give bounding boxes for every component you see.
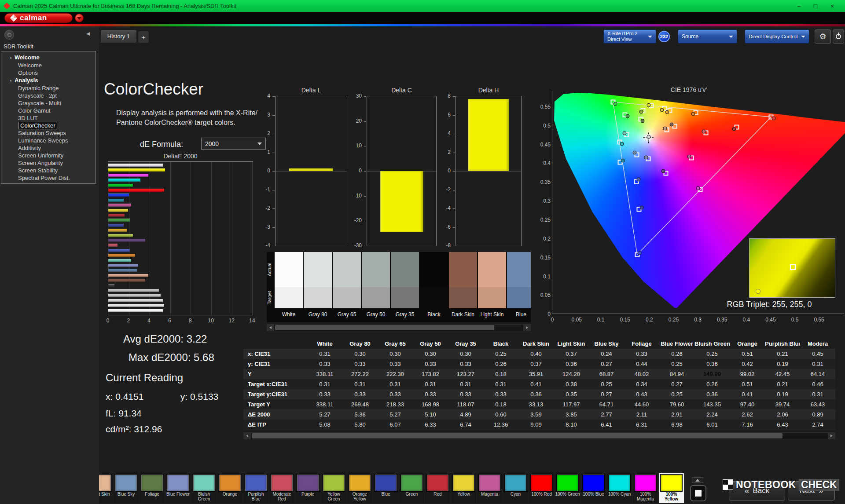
patch-label: Blue Flower bbox=[165, 492, 191, 497]
y-tick-label: -8 bbox=[437, 242, 451, 248]
scrollbar-thumb[interactable] bbox=[275, 325, 494, 330]
sidebar-item-luminance-sweeps[interactable]: Luminance Sweeps bbox=[1, 137, 96, 144]
table-cell: 97.40 bbox=[730, 399, 765, 409]
sidebar-item-screen-uniformity[interactable]: Screen Uniformity bbox=[1, 152, 96, 159]
scroll-left-icon[interactable] bbox=[244, 433, 251, 439]
collapse-chevron-button[interactable] bbox=[692, 477, 703, 483]
logo-menu-button[interactable] bbox=[75, 14, 84, 22]
patch-button-blue-sky[interactable]: Blue Sky bbox=[114, 473, 139, 503]
patch-button-magenta[interactable]: Magenta bbox=[477, 473, 502, 503]
sidebar-item-color-gamut[interactable]: Color Gamut bbox=[1, 107, 96, 114]
x-tick-label: 0.25 bbox=[665, 317, 683, 323]
patch-button-100-magenta[interactable]: 100% Magenta bbox=[633, 473, 658, 503]
sidebar-item-screen-angularity[interactable]: Screen Angularity bbox=[1, 159, 96, 167]
row-label: Y bbox=[243, 369, 307, 379]
measured-point bbox=[665, 110, 669, 114]
patch-button-100-cyan[interactable]: 100% Cyan bbox=[607, 473, 632, 503]
deltae-bar-purplish-blue bbox=[108, 249, 130, 252]
sidebar-item-dynamic-range[interactable]: Dynamic Range bbox=[1, 84, 96, 92]
power-icon bbox=[836, 34, 841, 39]
gridline bbox=[170, 162, 171, 315]
tab-history[interactable]: History 1 bbox=[100, 29, 137, 43]
sidebar-item-screen-stability[interactable]: Screen Stability bbox=[1, 167, 96, 174]
patch-button-orange-yellow[interactable]: Orange Yellow bbox=[347, 473, 372, 503]
patch-button-light-skin[interactable]: Light Skin bbox=[99, 473, 113, 503]
patch-button-100-blue[interactable]: 100% Blue bbox=[581, 473, 606, 503]
scroll-right-icon[interactable] bbox=[523, 325, 530, 331]
deltae-bar-100-cyan bbox=[108, 179, 140, 182]
tree-expand-icon[interactable]: ▲ bbox=[9, 54, 12, 62]
x-tick-label: 0.4 bbox=[738, 317, 755, 323]
patch-button-green[interactable]: Green bbox=[399, 473, 424, 503]
patch-button-100-green[interactable]: 100% Green bbox=[555, 473, 580, 503]
patch-button-purple[interactable]: Purple bbox=[295, 473, 320, 503]
patch-button-100-yellow[interactable]: 100% Yellow bbox=[659, 473, 684, 503]
sidebar-item-analysis[interactable]: ▲Analysis bbox=[1, 77, 96, 84]
sidebar-item-welcome[interactable]: ▲Welcome bbox=[1, 54, 96, 62]
patch-button-red[interactable]: Red bbox=[425, 473, 450, 503]
sidebar-item-saturation-sweeps[interactable]: Saturation Sweeps bbox=[1, 129, 96, 137]
minimize-button[interactable]: − bbox=[790, 3, 807, 10]
sidebar: SDR Toolkit ▲WelcomeWelcomeOptions▲Analy… bbox=[0, 26, 99, 504]
patch-button-blue-flower[interactable]: Blue Flower bbox=[165, 473, 191, 503]
sidebar-item-label: Analysis bbox=[15, 77, 38, 84]
deltae-bar-100-blue bbox=[108, 194, 129, 197]
table-row: ΔE ITP5.085.806.076.336.7412.369.098.106… bbox=[243, 420, 835, 430]
tree-expand-icon[interactable]: ▲ bbox=[9, 77, 12, 84]
add-tab-button[interactable]: + bbox=[138, 31, 149, 43]
sidebar-item-3d-lut[interactable]: 3D LUT bbox=[1, 114, 96, 122]
sidebar-item-options[interactable]: Options bbox=[1, 69, 96, 77]
patch-button-yellow-green[interactable]: Yellow Green bbox=[321, 473, 346, 503]
scroll-left-icon[interactable] bbox=[267, 325, 274, 331]
scrollbar-thumb[interactable] bbox=[252, 433, 783, 438]
sidebar-item-spectral-power-dist[interactable]: Spectral Power Dist. bbox=[1, 174, 96, 182]
table-cell: 0.25 bbox=[659, 389, 694, 399]
scroll-right-icon[interactable] bbox=[828, 433, 835, 439]
swatch-label: Gray 35 bbox=[391, 308, 419, 322]
patch-swatch bbox=[323, 475, 345, 491]
scrollbar-track[interactable] bbox=[251, 433, 828, 439]
patch-button-cyan[interactable]: Cyan bbox=[503, 473, 528, 503]
patch-button-orange[interactable]: Orange bbox=[217, 473, 242, 503]
sidebar-item-grayscale-2pt[interactable]: Grayscale - 2pt bbox=[1, 92, 96, 99]
patch-button-moderate-red[interactable]: Moderate Red bbox=[269, 473, 294, 503]
de-formula-select[interactable]: 2000 bbox=[201, 138, 266, 150]
actual-swatch bbox=[478, 252, 506, 287]
session-button[interactable] bbox=[4, 30, 14, 40]
sidebar-item-colorchecker[interactable]: ColorChecker bbox=[1, 122, 96, 129]
row-label: y: CIE31 bbox=[243, 359, 307, 369]
stop-button[interactable] bbox=[690, 485, 706, 501]
patch-button-yellow[interactable]: Yellow bbox=[451, 473, 476, 503]
table-cell: 0.19 bbox=[765, 359, 800, 369]
patch-button-blue[interactable]: Blue bbox=[373, 473, 398, 503]
patch-button-bluish-green[interactable]: Bluish Green bbox=[191, 473, 217, 503]
sidebar-item-additivity[interactable]: Additivity bbox=[1, 144, 96, 152]
patch-button-100-red[interactable]: 100% Red bbox=[529, 473, 554, 503]
close-button[interactable]: × bbox=[824, 3, 841, 10]
patch-label: 100% Green bbox=[555, 492, 580, 497]
sidebar-item-grayscale-multi[interactable]: Grayscale - Multi bbox=[1, 99, 96, 107]
power-button[interactable] bbox=[833, 29, 844, 44]
meter-dropdown[interactable]: X-Rite i1Pro 2 Direct View bbox=[603, 29, 656, 44]
table-cell: 0.18 bbox=[483, 399, 518, 409]
source-dropdown[interactable]: Source bbox=[678, 29, 737, 44]
maximize-button[interactable]: □ bbox=[807, 3, 824, 10]
display-control-dropdown[interactable]: Direct Display Control bbox=[745, 29, 809, 44]
swatch-scrollbar[interactable] bbox=[267, 324, 531, 331]
table-scrollbar[interactable] bbox=[243, 432, 835, 439]
y-tick-label: 1 bbox=[257, 149, 270, 155]
table-cell: 0.44 bbox=[624, 359, 659, 369]
patch-button-foliage[interactable]: Foliage bbox=[140, 473, 165, 503]
table-cell: 5.10 bbox=[413, 409, 448, 420]
column-header-gray-80: Gray 80 bbox=[342, 339, 378, 349]
tick-mark bbox=[272, 227, 275, 228]
y-tick-label: -4 bbox=[257, 242, 270, 248]
sidebar-collapse-icon[interactable] bbox=[86, 31, 93, 38]
patch-swatch bbox=[661, 475, 682, 491]
patch-swatch bbox=[401, 475, 422, 491]
patch-button-purplish-blue[interactable]: Purplish Blue bbox=[243, 473, 268, 503]
scrollbar-track[interactable] bbox=[274, 325, 523, 331]
target-square-icon bbox=[790, 264, 796, 270]
sidebar-item-welcome[interactable]: Welcome bbox=[1, 62, 96, 69]
settings-button[interactable] bbox=[815, 29, 831, 44]
